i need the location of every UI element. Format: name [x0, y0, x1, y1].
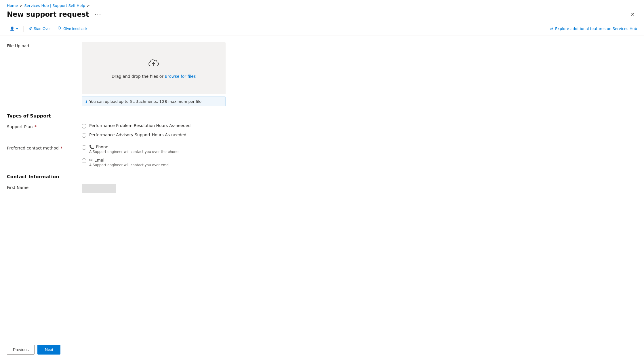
contact-method-phone[interactable]: 📞 Phone A Support engineer will contact …	[82, 145, 226, 154]
contact-method-email-sublabel: A Support engineer will contact you over…	[89, 163, 170, 167]
user-dropdown-icon: ▾	[16, 26, 18, 31]
give-feedback-label: Give feedback	[63, 26, 87, 31]
file-upload-control: Drag and drop the files or Browse for fi…	[82, 42, 226, 106]
support-plan-option-1[interactable]: Performance Problem Resolution Hours As-…	[82, 123, 226, 128]
svg-point-1	[58, 28, 59, 28]
previous-button[interactable]: Previous	[7, 345, 35, 355]
first-name-control	[82, 184, 226, 193]
toolbar-divider	[23, 26, 24, 32]
support-plan-radio-1[interactable]	[82, 124, 86, 128]
contact-method-radio-group: 📞 Phone A Support engineer will contact …	[82, 145, 226, 167]
user-icon: 👤	[10, 26, 14, 31]
breadcrumb-services[interactable]: Services Hub | Support Self Help	[24, 3, 85, 8]
upload-info: ℹ You can upload up to 5 attachments. 1G…	[82, 96, 226, 106]
contact-method-email[interactable]: ✉ Email A Support engineer will contact …	[82, 158, 226, 167]
support-plan-radio-2[interactable]	[82, 133, 86, 138]
email-icon: ✉	[89, 158, 93, 162]
explore-link[interactable]: ⇄ Explore additional features on Service…	[550, 26, 637, 31]
svg-point-2	[59, 28, 60, 28]
give-feedback-button[interactable]: Give feedback	[55, 24, 90, 33]
first-name-field-placeholder	[82, 184, 116, 193]
contact-method-radio-email[interactable]	[82, 158, 86, 163]
contact-method-phone-label: 📞 Phone	[89, 145, 178, 149]
contact-method-required: *	[60, 146, 62, 150]
file-upload-zone[interactable]: Drag and drop the files or Browse for fi…	[82, 42, 226, 94]
explore-icon: ⇄	[550, 26, 553, 31]
start-over-label: Start Over	[34, 26, 51, 31]
breadcrumb-home[interactable]: Home	[7, 3, 18, 8]
contact-method-control: 📞 Phone A Support engineer will contact …	[82, 145, 226, 167]
support-plan-label-2: Performance Advisory Support Hours As-ne…	[89, 132, 186, 137]
first-name-label: First Name	[7, 184, 82, 190]
breadcrumb: Home > Services Hub | Support Self Help …	[0, 0, 644, 9]
contact-method-radio-phone[interactable]	[82, 145, 86, 150]
contact-method-row: Preferred contact method * 📞 Phone A Sup…	[7, 145, 637, 167]
support-plan-required: *	[35, 124, 37, 129]
main-content: File Upload Drag and drop the files or B…	[0, 35, 644, 358]
upload-text: Drag and drop the files or Browse for fi…	[112, 74, 196, 79]
drag-drop-text: Drag and drop the files or	[112, 74, 163, 79]
next-button[interactable]: Next	[37, 345, 60, 355]
info-icon: ℹ	[85, 99, 87, 104]
contact-info-heading: Contact Information	[7, 174, 637, 179]
contact-method-phone-sublabel: A Support engineer will contact you over…	[89, 150, 178, 154]
start-over-button[interactable]: ↺ Start Over	[26, 25, 54, 33]
support-plan-radio-group: Performance Problem Resolution Hours As-…	[82, 123, 226, 138]
upload-info-text: You can upload up to 5 attachments. 1GB …	[89, 99, 203, 104]
types-of-support-heading: Types of Support	[7, 113, 637, 119]
support-plan-control: Performance Problem Resolution Hours As-…	[82, 123, 226, 138]
breadcrumb-sep1: >	[20, 4, 22, 8]
browse-files-link[interactable]: Browse for files	[165, 74, 196, 79]
file-upload-row: File Upload Drag and drop the files or B…	[7, 42, 637, 106]
phone-icon: 📞	[89, 145, 94, 149]
page-title-row: New support request ··· ✕	[0, 9, 644, 22]
explore-label: Explore additional features on Services …	[555, 26, 637, 31]
support-plan-option-2[interactable]: Performance Advisory Support Hours As-ne…	[82, 132, 226, 138]
first-name-row: First Name	[7, 184, 637, 193]
breadcrumb-sep2: >	[87, 4, 90, 8]
svg-point-3	[60, 28, 60, 28]
bottom-nav: Previous Next	[0, 341, 644, 358]
contact-method-email-label: ✉ Email	[89, 158, 170, 162]
give-feedback-icon	[58, 26, 62, 31]
contact-method-label: Preferred contact method *	[7, 145, 82, 150]
file-upload-label: File Upload	[7, 42, 82, 48]
more-button[interactable]: ···	[95, 12, 101, 18]
support-plan-label: Support Plan *	[7, 123, 82, 129]
upload-cloud-icon	[148, 58, 159, 71]
start-over-icon: ↺	[29, 26, 32, 31]
page-title: New support request	[7, 10, 89, 18]
user-profile-button[interactable]: 👤 ▾	[7, 25, 21, 33]
support-plan-label-1: Performance Problem Resolution Hours As-…	[89, 123, 190, 128]
close-button[interactable]: ✕	[628, 10, 637, 19]
support-plan-row: Support Plan * Performance Problem Resol…	[7, 123, 637, 138]
toolbar: 👤 ▾ ↺ Start Over Give feedback	[0, 22, 644, 35]
